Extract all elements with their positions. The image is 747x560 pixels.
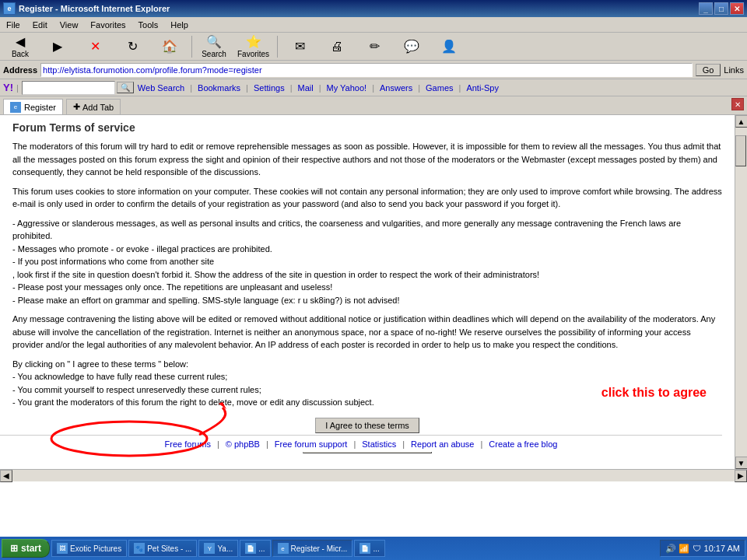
taskbar-item-4[interactable]: e Register - Micr...	[272, 540, 353, 557]
print-button[interactable]: 🖨	[320, 34, 354, 59]
yahoo-web-search[interactable]: Web Search	[135, 83, 187, 93]
taskbar-label-0: Exotic Pictures	[70, 544, 121, 553]
search-icon: 🔍	[206, 34, 222, 49]
yahoo-anti-spy[interactable]: Anti-Spy	[464, 83, 501, 93]
yahoo-logo: Y!	[3, 82, 13, 93]
toolbar: ◀ Back ▶ ✕ ↻ 🏠 🔍 Search ⭐ Favorites ✉ 🖨 …	[0, 33, 747, 61]
scroll-thumb[interactable]	[735, 135, 746, 166]
yahoo-search-button[interactable]: 🔍	[117, 82, 134, 93]
taskbar-icon-2: Y	[204, 543, 215, 554]
taskbar-label-1: Pet Sites - ...	[147, 544, 191, 553]
refresh-icon: ↻	[128, 39, 138, 54]
plus-icon: ✚	[73, 102, 80, 112]
links-button[interactable]: Links	[724, 65, 744, 75]
yahoo-mail[interactable]: Mail	[296, 83, 316, 93]
address-label: Address	[3, 65, 37, 75]
taskbar-item-3[interactable]: 📄 ...	[240, 540, 270, 557]
scroll-track	[735, 128, 747, 457]
forward-icon: ▶	[53, 39, 62, 54]
scroll-right-button[interactable]: ▶	[735, 470, 747, 482]
footer-free-forums[interactable]: Free forums	[165, 439, 211, 449]
scrollbar-horizontal: ◀ ▶	[0, 469, 747, 481]
favorites-label: Favorites	[237, 50, 269, 58]
tab-close-button[interactable]: ✕	[731, 98, 744, 110]
scroll-h-track[interactable]	[12, 470, 735, 481]
scroll-up-button[interactable]: ▲	[735, 115, 748, 128]
footer-statistics[interactable]: Statistics	[362, 439, 396, 449]
discuss-button[interactable]: 💬	[395, 34, 429, 59]
title-bar-buttons: _ □ ✕	[699, 2, 744, 15]
taskbar-item-5[interactable]: 📄 ...	[354, 540, 384, 557]
windows-logo: ⊞	[10, 543, 18, 554]
home-button[interactable]: 🏠	[153, 34, 187, 59]
maximize-button[interactable]: □	[714, 2, 728, 15]
scrollbar-vertical: ▲ ▼	[735, 115, 747, 469]
favorites-button[interactable]: ⭐ Favorites	[234, 34, 272, 59]
footer-report-abuse[interactable]: Report an abuse	[411, 439, 474, 449]
back-label: Back	[12, 50, 29, 58]
stop-icon: ✕	[90, 39, 100, 54]
yahoo-search-input[interactable]	[22, 81, 115, 95]
menu-view[interactable]: View	[57, 20, 82, 30]
search-button[interactable]: 🔍 Search	[197, 34, 231, 59]
tab-register[interactable]: e Register	[3, 99, 63, 114]
yahoo-settings[interactable]: Settings	[251, 83, 287, 93]
footer-free-support[interactable]: Free forum support	[275, 439, 348, 449]
system-time: 10:17 AM	[704, 544, 740, 553]
refresh-button[interactable]: ↻	[115, 34, 149, 59]
taskbar-label-5: ...	[373, 544, 379, 553]
minimize-button[interactable]: _	[699, 2, 713, 15]
edit-button[interactable]: ✏	[357, 34, 391, 59]
forum-title: Forum Terms of service	[12, 121, 722, 134]
add-tab-button[interactable]: ✚ Add Tab	[66, 99, 121, 114]
close-button[interactable]: ✕	[730, 2, 744, 15]
taskbar-item-2[interactable]: Y Ya...	[198, 540, 238, 557]
system-tray: 🔊 📶 🛡 10:17 AM	[660, 540, 745, 557]
address-input-container[interactable]: http://elytista.forumotion.com/profile.f…	[40, 63, 693, 77]
taskbar-label-3: ...	[258, 544, 265, 553]
edit-icon: ✏	[370, 39, 380, 54]
menu-file[interactable]: File	[3, 20, 23, 30]
forward-button[interactable]: ▶	[40, 34, 75, 59]
scroll-down-button[interactable]: ▼	[735, 457, 748, 469]
footer: Free forums | © phpBB | Free forum suppo…	[0, 435, 722, 452]
menu-tools[interactable]: Tools	[135, 20, 162, 30]
yahoo-bookmarks[interactable]: Bookmarks	[195, 83, 243, 93]
taskbar: ⊞ start 🖼 Exotic Pictures 🐾 Pet Sites - …	[0, 537, 747, 560]
start-label: start	[21, 543, 41, 554]
yahoo-answers[interactable]: Answers	[377, 83, 415, 93]
mail-button[interactable]: ✉	[282, 34, 317, 59]
add-tab-label: Add Tab	[82, 103, 114, 112]
ie-icon: e	[3, 2, 16, 15]
menu-edit[interactable]: Edit	[30, 20, 51, 30]
annotation-text: click this to agree	[601, 386, 707, 400]
taskbar-item-1[interactable]: 🐾 Pet Sites - ...	[128, 540, 197, 557]
address-url[interactable]: http://elytista.forumotion.com/profile.f…	[43, 65, 262, 75]
footer-create-blog[interactable]: Create a free blog	[489, 439, 557, 449]
title-bar-left: e Register - Microsoft Internet Explorer	[3, 2, 170, 15]
print-icon: 🖨	[331, 40, 343, 54]
taskbar-icon-0: 🖼	[57, 543, 68, 554]
address-bar: Address http://elytista.forumotion.com/p…	[0, 61, 747, 79]
scroll-left-button[interactable]: ◀	[0, 470, 12, 482]
messenger-button[interactable]: 👤	[432, 34, 466, 59]
back-icon: ◀	[16, 34, 25, 49]
taskbar-item-0[interactable]: 🖼 Exotic Pictures	[51, 540, 127, 557]
yahoo-my-yahoo[interactable]: My Yahoo!	[324, 83, 370, 93]
go-button[interactable]: Go	[696, 64, 721, 76]
agree-button[interactable]: I Agree to these terms	[315, 418, 419, 433]
taskbar-icon-1: 🐾	[134, 543, 145, 554]
messenger-icon: 👤	[441, 39, 457, 54]
title-bar: e Register - Microsoft Internet Explorer…	[0, 0, 747, 17]
taskbar-label-4: Register - Micr...	[291, 544, 348, 553]
stop-button[interactable]: ✕	[78, 34, 112, 59]
terms-para-3: - Aggressive or slanderous messages, as …	[12, 217, 722, 307]
start-button[interactable]: ⊞ start	[2, 539, 50, 558]
footer-phpbb[interactable]: © phpBB	[226, 439, 260, 449]
taskbar-icon-3: 📄	[245, 543, 256, 554]
back-button[interactable]: ◀ Back	[3, 34, 37, 59]
menu-favorites[interactable]: Favorites	[87, 20, 128, 30]
menu-help[interactable]: Help	[167, 20, 191, 30]
yahoo-games[interactable]: Games	[423, 83, 455, 93]
search-label: Search	[202, 50, 226, 58]
